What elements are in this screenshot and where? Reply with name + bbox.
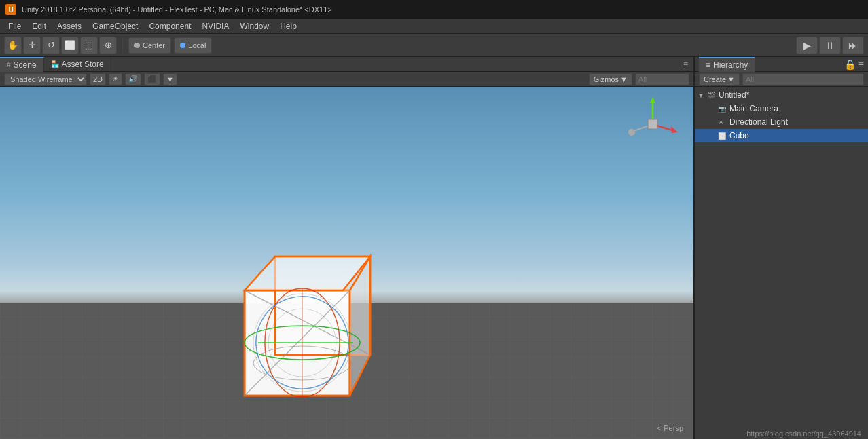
main-toolbar: ✋ ✛ ↺ ⬜ ⬚ ⊕ Center Local ▶ ⏸ ⏭ xyxy=(0,34,868,57)
svg-marker-15 xyxy=(650,97,655,103)
pivot-dot-icon xyxy=(134,43,140,48)
scene-gizmo[interactable] xyxy=(626,94,680,155)
tool-group: ✋ ✛ ↺ ⬜ ⬚ ⊕ xyxy=(4,37,117,54)
toolbar-separator-1 xyxy=(122,37,123,54)
footer-url: https://blog.csdn.net/qq_43964914 xyxy=(746,430,861,438)
gizmos-button[interactable]: Gizmos ▼ xyxy=(589,73,632,85)
root-label: Untitled* xyxy=(719,90,749,100)
scene-toolbar: Shaded Wireframe 2D ☀ 🔊 ⬛ ▼ Gizmos ▼ xyxy=(0,72,693,87)
transform-tool-button[interactable]: ⊕ xyxy=(99,37,117,54)
play-controls: ▶ ⏸ ⏭ xyxy=(796,37,864,54)
fx-toggle[interactable]: ⬛ xyxy=(144,73,160,85)
local-dot-icon xyxy=(180,43,185,48)
tab-hierarchy[interactable]: ≡ Hierarchy xyxy=(699,57,755,72)
gizmos-arrow-icon: ▼ xyxy=(620,75,628,83)
root-arrow-icon: ▼ xyxy=(698,92,707,99)
scene-tabs: # Scene 🏪 Asset Store ≡ xyxy=(0,57,693,72)
menu-component[interactable]: Component xyxy=(143,20,196,33)
move-tool-button[interactable]: ✛ xyxy=(23,37,41,54)
directional-light-label: Directional Light xyxy=(729,117,788,127)
hierarchy-lock-button[interactable]: 🔒 xyxy=(844,59,856,70)
svg-marker-17 xyxy=(671,126,678,133)
2d-mode-button[interactable]: 2D xyxy=(90,73,106,85)
title-bar: U Unity 2018.1.0f2 Personal (64bit) - Un… xyxy=(0,0,868,19)
asset-store-label: Asset Store xyxy=(62,60,104,69)
shading-mode-select[interactable]: Shaded Wireframe xyxy=(4,73,87,85)
hierarchy-toolbar: Create ▼ xyxy=(695,72,868,87)
layer-toggle[interactable]: ▼ xyxy=(163,73,177,85)
asset-store-icon: 🏪 xyxy=(51,60,59,68)
tree-item-directional-light[interactable]: ☀ Directional Light xyxy=(695,115,868,129)
cube-icon: ⬜ xyxy=(718,132,727,140)
rotate-tool-button[interactable]: ↺ xyxy=(42,37,60,54)
tree-item-untitled[interactable]: ▼ 🎬 Untitled* xyxy=(695,88,868,102)
pause-button[interactable]: ⏸ xyxy=(819,37,841,54)
tab-asset-store[interactable]: 🏪 Asset Store xyxy=(44,57,111,72)
scene-tab-label: Scene xyxy=(14,60,37,70)
hierarchy-tree: ▼ 🎬 Untitled* 📷 Main Camera ☀ Directiona… xyxy=(695,87,868,439)
create-label: Create xyxy=(704,75,726,83)
window-title: Unity 2018.1.0f2 Personal (64bit) - Unti… xyxy=(22,5,332,14)
hierarchy-panel: ≡ Hierarchy 🔒 ≡ Create ▼ ▼ 🎬 Untitled* xyxy=(695,57,868,439)
unity-logo: U xyxy=(5,4,16,15)
hierarchy-label: Hierarchy xyxy=(713,60,748,70)
menu-nvidia[interactable]: NVIDIA xyxy=(196,20,234,33)
hierarchy-menu-button[interactable]: ≡ xyxy=(858,59,864,70)
menu-gameobject[interactable]: GameObject xyxy=(87,20,143,33)
local-label: Local xyxy=(188,41,206,50)
cube-label: Cube xyxy=(729,131,749,140)
pivot-local-button[interactable]: Local xyxy=(174,37,212,54)
hierarchy-icon: ≡ xyxy=(706,60,710,70)
main-camera-label: Main Camera xyxy=(729,104,778,113)
create-arrow-icon: ▼ xyxy=(727,75,735,83)
pivot-label: Center xyxy=(143,41,165,50)
menu-window[interactable]: Window xyxy=(234,20,274,33)
gizmos-label: Gizmos xyxy=(594,75,619,83)
scene-icon: 🎬 xyxy=(707,92,717,99)
camera-icon: 📷 xyxy=(718,105,727,113)
create-button[interactable]: Create ▼ xyxy=(699,73,740,85)
rect-tool-button[interactable]: ⬚ xyxy=(80,37,98,54)
menu-assets[interactable]: Assets xyxy=(52,20,87,33)
scale-tool-button[interactable]: ⬜ xyxy=(61,37,79,54)
scene-viewport[interactable]: < Persp xyxy=(0,87,693,439)
tab-scene[interactable]: # Scene xyxy=(0,57,44,72)
menu-help[interactable]: Help xyxy=(274,20,302,33)
tree-item-cube[interactable]: ⬜ Cube xyxy=(695,129,868,142)
menu-bar: File Edit Assets GameObject Component NV… xyxy=(0,19,868,34)
audio-toggle[interactable]: 🔊 xyxy=(125,73,141,85)
cube-svg xyxy=(238,250,387,419)
step-button[interactable]: ⏭ xyxy=(842,37,864,54)
scene-tabs-more[interactable]: ≡ xyxy=(678,60,693,69)
play-button[interactable]: ▶ xyxy=(796,37,818,54)
persp-label: < Persp xyxy=(657,424,683,432)
svg-point-19 xyxy=(628,129,635,136)
tree-item-main-camera[interactable]: 📷 Main Camera xyxy=(695,102,868,115)
hierarchy-header: ≡ Hierarchy 🔒 ≡ xyxy=(695,57,868,72)
hierarchy-search-input[interactable] xyxy=(742,73,864,85)
menu-file[interactable]: File xyxy=(3,20,26,33)
lighting-toggle[interactable]: ☀ xyxy=(109,73,122,85)
scene-tab-icon: # xyxy=(7,61,11,69)
main-layout: # Scene 🏪 Asset Store ≡ Shaded Wireframe… xyxy=(0,57,868,439)
menu-edit[interactable]: Edit xyxy=(26,20,52,33)
scene-search-input[interactable] xyxy=(635,73,689,85)
hierarchy-actions: 🔒 ≡ xyxy=(844,59,864,70)
light-icon: ☀ xyxy=(718,119,727,126)
svg-rect-20 xyxy=(648,119,657,129)
cube-object xyxy=(238,250,387,419)
gizmo-svg xyxy=(626,94,680,155)
scene-panel: # Scene 🏪 Asset Store ≡ Shaded Wireframe… xyxy=(0,57,695,439)
pivot-center-button[interactable]: Center xyxy=(128,37,171,54)
hand-tool-button[interactable]: ✋ xyxy=(4,37,22,54)
